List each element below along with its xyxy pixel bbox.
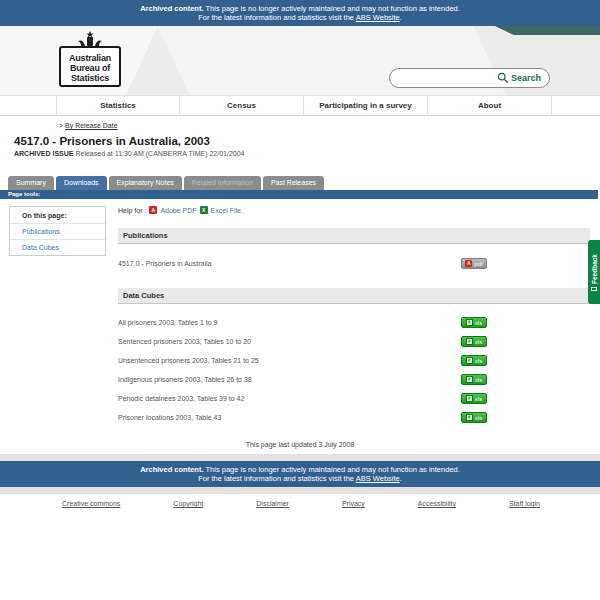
footer-link-privacy[interactable]: Privacy (342, 500, 365, 507)
xls-button-label: xls (475, 339, 482, 345)
data-cube-title: Prisoner locations 2003, Table 43 (118, 414, 221, 421)
footer-links: Creative commons Copyright Disclaimer Pr… (62, 500, 540, 507)
abs-logo-line1: Australian (61, 53, 119, 63)
tab-past-releases[interactable]: Past Releases (263, 176, 324, 190)
excel-icon: # (466, 376, 473, 383)
xls-download-button[interactable]: #xls (461, 317, 487, 328)
publication-row: 4517.0 - Prisoners in Australia A pdf (118, 258, 487, 269)
excel-icon: # (466, 319, 473, 326)
abs-logo-line3: Statistics (61, 73, 119, 83)
sidebar-item-data-cubes[interactable]: Data Cubes (10, 239, 105, 255)
archived-bold-text: Archived content. (140, 4, 203, 13)
pdf-download-button[interactable]: A pdf (461, 258, 487, 269)
data-cube-title: All prisoners 2003, Tables 1 to 9 (118, 319, 218, 326)
archived-banner-line1: Archived content. This page is no longer… (0, 465, 600, 474)
sidebar-item-publications[interactable]: Publications (10, 223, 105, 239)
adobe-pdf-help-link[interactable]: Adobe PDF (160, 207, 196, 214)
released-text: Released at 11:30 AM (CANBERRA TIME) 22/… (74, 150, 245, 157)
search-bar[interactable]: Search (389, 68, 550, 88)
excel-icon: # (466, 338, 473, 345)
abs-website-link[interactable]: ABS Website (356, 474, 400, 483)
feedback-label: Feedback (591, 254, 598, 284)
header-decoration (495, 26, 600, 35)
search-input[interactable] (390, 71, 497, 85)
excel-file-help-link[interactable]: Excel File. (211, 207, 243, 214)
last-updated-text: This page last updated 3 July 2008 (0, 441, 600, 448)
divider-band (0, 454, 600, 461)
nav-item-participating[interactable]: Participating in a survey (304, 96, 428, 115)
data-cubes-heading: Data Cubes (118, 288, 590, 304)
nav-item-census[interactable]: Census (180, 96, 304, 115)
xls-download-button[interactable]: #xls (461, 355, 487, 366)
tab-related-information[interactable]: Related Information (184, 176, 261, 190)
abs-logo-line2: Bureau of (61, 63, 119, 73)
site-header: Australian Bureau of Statistics Search (0, 26, 600, 96)
xls-download-button[interactable]: #xls (461, 393, 487, 404)
archived-issue-label: ARCHIVED ISSUE (14, 150, 74, 157)
data-cube-row: Sentenced prisoners 2003, Tables 10 to 2… (118, 336, 487, 347)
envelope-icon (591, 287, 597, 291)
archived-line2-prefix: For the latest information and statistic… (198, 13, 356, 22)
xls-button-label: xls (475, 358, 482, 364)
xls-download-button[interactable]: #xls (461, 336, 487, 347)
xls-button-label: xls (475, 320, 482, 326)
archived-text: This page is no longer actively maintain… (204, 465, 460, 474)
excel-icon: # (466, 414, 473, 421)
xls-button-label: xls (475, 415, 482, 421)
feedback-tab[interactable]: Feedback (588, 240, 600, 304)
page-title: 4517.0 - Prisoners in Australia, 2003 (14, 135, 210, 147)
archived-text: This page is no longer actively maintain… (204, 4, 460, 13)
footer-link-creative-commons[interactable]: Creative commons (62, 500, 120, 507)
divider-band (0, 487, 600, 494)
tab-downloads[interactable]: Downloads (56, 176, 107, 190)
help-for-label: Help for : (118, 207, 146, 214)
tab-summary[interactable]: Summary (8, 176, 54, 190)
archived-banner-line2: For the latest information and statistic… (0, 13, 600, 22)
archived-line2-prefix: For the latest information and statistic… (198, 474, 356, 483)
help-line: Help for : A Adobe PDF X Excel File. (118, 206, 243, 214)
nav-item-statistics[interactable]: Statistics (56, 96, 180, 115)
data-cube-title: Unsentenced prisoners 2003, Tables 21 to… (118, 357, 259, 364)
archived-banner-bottom: Archived content. This page is no longer… (0, 461, 600, 487)
footer-link-disclaimer[interactable]: Disclaimer (256, 500, 289, 507)
archived-line2-suffix: . (400, 13, 402, 22)
excel-icon: # (466, 395, 473, 402)
tab-bar: Summary Downloads Explanatory Notes Rela… (8, 176, 326, 190)
pdf-button-label: pdf (474, 261, 482, 267)
xls-download-button[interactable]: #xls (461, 374, 487, 385)
archived-banner-line2: For the latest information and statistic… (0, 474, 600, 483)
page: Archived content. This page is no longer… (0, 0, 600, 600)
abs-website-link[interactable]: ABS Website (356, 13, 400, 22)
archived-bold-text: Archived content. (140, 465, 203, 474)
publications-heading: Publications (118, 228, 590, 244)
breadcrumb: > By Release Date (59, 122, 118, 129)
archived-banner-top: Archived content. This page is no longer… (0, 0, 600, 26)
release-info: ARCHIVED ISSUE Released at 11:30 AM (CAN… (14, 150, 244, 157)
xls-download-button[interactable]: #xls (461, 412, 487, 423)
search-icon[interactable] (497, 72, 509, 84)
tab-explanatory-notes[interactable]: Explanatory Notes (109, 176, 182, 190)
nav-item-about[interactable]: About (428, 96, 552, 115)
footer-link-copyright[interactable]: Copyright (173, 500, 203, 507)
breadcrumb-link-by-release-date[interactable]: By Release Date (65, 122, 118, 129)
excel-icon: # (466, 357, 473, 364)
publication-title: 4517.0 - Prisoners in Australia (118, 260, 211, 267)
page-tools-bar: Page tools: (0, 190, 598, 199)
on-this-page-title: On this page: (10, 207, 105, 223)
on-this-page-box: On this page: Publications Data Cubes (9, 206, 106, 256)
footer-link-accessibility[interactable]: Accessibility (418, 500, 456, 507)
adobe-pdf-icon: A (149, 206, 157, 214)
data-cube-row: Indigenous prisoners 2003, Tables 26 to … (118, 374, 487, 385)
footer-link-staff-login[interactable]: Staff login (509, 500, 540, 507)
data-cube-row: Periodic detainees 2003, Tables 39 to 42… (118, 393, 487, 404)
data-cube-title: Indigenous prisoners 2003, Tables 26 to … (118, 376, 252, 383)
xls-button-label: xls (475, 377, 482, 383)
data-cube-row: Prisoner locations 2003, Table 43 #xls (118, 412, 487, 423)
data-cube-title: Sentenced prisoners 2003, Tables 10 to 2… (118, 338, 251, 345)
search-button[interactable]: Search (511, 73, 541, 83)
abs-logo[interactable]: Australian Bureau of Statistics (59, 46, 121, 87)
pdf-icon: A (465, 260, 472, 267)
excel-file-icon: X (200, 206, 208, 214)
data-cube-row: All prisoners 2003, Tables 1 to 9 #xls (118, 317, 487, 328)
main-nav: Statistics Census Participating in a sur… (0, 96, 600, 116)
